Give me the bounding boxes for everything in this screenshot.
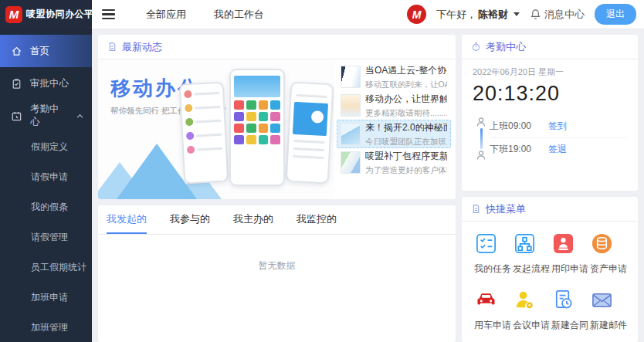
quick-menu-vehicle-request[interactable]: 用车申请 <box>473 288 511 332</box>
sidebar: 首页 审批中心 考勤中心 假期定义 请假申请 我的假条 请假管理 员工假期统计 … <box>0 29 92 342</box>
check-out-link[interactable]: 签退 <box>548 143 567 156</box>
top-header: M 唛盟协同办公平台 全部应用 我的工作台 M 下午好，陈裕财 消息中心 退出 <box>0 0 644 29</box>
tab-monitored-by-me[interactable]: 我监控的 <box>297 205 337 234</box>
bell-icon <box>530 8 541 20</box>
quick-menu-header: 快捷菜单 <box>462 197 638 222</box>
tab-participated-by-me[interactable]: 我参与的 <box>170 205 210 234</box>
latest-news-header: 最新动态 <box>98 35 456 59</box>
approval-icon <box>11 78 22 90</box>
banner-phone <box>229 69 285 186</box>
quick-menu-panel: 快捷菜单 我的任务 <box>462 197 638 342</box>
quick-menu-meeting-request[interactable]: 会议申请 <box>511 288 550 332</box>
message-center-label: 消息中心 <box>544 8 585 22</box>
menu-toggle-icon[interactable] <box>102 9 115 19</box>
news-item-highlighted[interactable]: 来！揭开2.0的神秘面纱~ 今日唛盟团队正在加班加点, <box>337 120 451 148</box>
attendance-timeline: 上班09:00 签到 下班19:00 签退 <box>473 115 627 161</box>
sidebar-item-approval-center[interactable]: 审批中心 <box>0 67 92 100</box>
tab-initiated-by-me[interactable]: 我发起的 <box>107 205 147 234</box>
sidebar-subitem-my-leave-slips[interactable]: 我的假条 <box>0 192 92 222</box>
sidebar-item-label: 首页 <box>30 45 49 58</box>
quick-menu-new-mail[interactable]: 新建邮件 <box>588 288 627 332</box>
quick-menu-label: 会议申请 <box>513 319 550 332</box>
panel-title: 快捷菜单 <box>486 202 526 216</box>
news-carousel-banner[interactable]: 移动办公 帮你领先同行 把工作带出办公室 <box>98 59 334 199</box>
person-icon <box>476 150 486 161</box>
attendance-panel: 考勤中心 2022年06月20日 星期一 20:13:20 <box>462 35 638 191</box>
banner-illustration <box>180 67 331 199</box>
flow-icon <box>513 232 537 256</box>
app-logo[interactable]: M 唛盟协同办公平台 <box>0 0 92 29</box>
mail-icon <box>590 288 614 312</box>
chevron-up-icon <box>76 112 84 120</box>
banner-phone <box>286 82 334 185</box>
latest-news-panel: 最新动态 移动办公 帮你领先同行 把工作带出办公室 <box>98 35 456 199</box>
asset-icon <box>590 232 614 256</box>
workflow-tabs-panel: 我发起的 我参与的 我主办的 我监控的 暂无数据 <box>98 205 456 342</box>
news-item[interactable]: 唛盟补丁包程序更新 为了营造更好的客户体验，唛 <box>337 148 451 177</box>
news-item[interactable]: 当OA遇上云-整个协同OA 移动互联的到来，让OA与云 <box>337 63 451 91</box>
news-title: 唛盟补丁包程序更新 <box>365 150 447 163</box>
quick-menu-new-contract[interactable]: 新建合同 <box>550 288 588 332</box>
chevron-down-icon <box>514 12 520 16</box>
sidebar-subitem-leave-management[interactable]: 请假管理 <box>0 222 92 252</box>
meeting-icon <box>513 288 537 312</box>
quick-menu-seal-request[interactable]: 用印申请 <box>550 232 588 276</box>
news-thumbnail <box>341 94 361 117</box>
document-icon <box>471 204 481 214</box>
user-avatar[interactable]: M <box>407 5 426 24</box>
panel-title: 考勤中心 <box>486 40 526 54</box>
person-icon <box>476 117 486 127</box>
sidebar-subitem-staff-holiday-stats[interactable]: 员工假期统计 <box>0 252 92 283</box>
document-icon <box>107 42 117 52</box>
news-thumbnail <box>341 66 361 88</box>
news-desc: 移动互联的到来，让OA与云 <box>365 80 447 90</box>
header-right: M 下午好，陈裕财 消息中心 退出 <box>407 4 644 25</box>
sidebar-item-label: 审批中心 <box>30 77 69 90</box>
task-icon <box>474 232 498 256</box>
check-in-link[interactable]: 签到 <box>548 120 567 133</box>
logout-button[interactable]: 退出 <box>595 4 636 25</box>
quick-menu-asset-request[interactable]: 资产申请 <box>588 232 627 276</box>
quick-menu-grid: 我的任务 发起流程 <box>462 222 638 332</box>
sidebar-item-attendance-center[interactable]: 考勤中心 <box>0 100 92 132</box>
news-item[interactable]: 移动办公，让世界触手可 更多精彩敬请期待........ <box>337 91 451 120</box>
attendance-clock: 20:13:20 <box>473 82 627 106</box>
sidebar-subitem-overtime-management[interactable]: 加班管理 <box>0 313 92 342</box>
quick-menu-label: 发起流程 <box>513 262 550 276</box>
news-list: 当OA遇上云-整个协同OA 移动互联的到来，让OA与云 移动办公，让世界触手可 … <box>334 59 456 199</box>
news-desc: 更多精彩敬请期待........ <box>365 108 447 119</box>
attendance-date: 2022年06月20日 星期一 <box>473 66 627 78</box>
news-thumbnail <box>341 123 361 145</box>
news-desc: 为了营造更好的客户体验，唛 <box>365 165 447 176</box>
check-in-time-label: 上班09:00 <box>490 120 548 133</box>
news-title: 当OA遇上云-整个协同OA <box>365 64 447 77</box>
attendance-header: 考勤中心 <box>462 35 638 59</box>
app-title: 唛盟协同办公平台 <box>26 8 103 21</box>
quick-menu-label: 我的任务 <box>474 262 511 276</box>
nav-my-workspace[interactable]: 我的工作台 <box>214 8 264 22</box>
user-menu[interactable]: 下午好，陈裕财 <box>436 8 520 22</box>
news-title: 来！揭开2.0的神秘面纱~ <box>365 121 447 134</box>
news-title: 移动办公，让世界触手可 <box>365 93 447 106</box>
greeting-text: 下午好， <box>436 8 476 22</box>
nav-all-apps[interactable]: 全部应用 <box>146 8 186 22</box>
tab-hosted-by-me[interactable]: 我主办的 <box>233 205 273 234</box>
sidebar-item-home[interactable]: 首页 <box>0 35 92 67</box>
tab-bar: 我发起的 我参与的 我主办的 我监控的 <box>98 205 456 235</box>
message-center[interactable]: 消息中心 <box>530 8 585 22</box>
sidebar-subitem-leave-request[interactable]: 请假申请 <box>0 162 92 192</box>
panel-title: 最新动态 <box>122 40 162 54</box>
sidebar-subitem-holiday-definition[interactable]: 假期定义 <box>0 132 92 162</box>
banner-phone <box>179 82 229 185</box>
quick-menu-label: 用车申请 <box>474 319 511 332</box>
top-nav: 全部应用 我的工作台 <box>146 8 264 22</box>
main-content: 最新动态 移动办公 帮你领先同行 把工作带出办公室 <box>92 29 644 342</box>
quick-menu-label: 资产申请 <box>590 262 627 276</box>
sidebar-item-label: 考勤中心 <box>30 103 68 129</box>
quick-menu-start-flow[interactable]: 发起流程 <box>511 232 550 276</box>
quick-menu-my-tasks[interactable]: 我的任务 <box>473 232 511 276</box>
empty-state-text: 暂无数据 <box>98 235 456 273</box>
home-icon <box>11 46 22 57</box>
news-thumbnail <box>341 151 361 174</box>
sidebar-subitem-overtime-request[interactable]: 加班申请 <box>0 283 92 313</box>
